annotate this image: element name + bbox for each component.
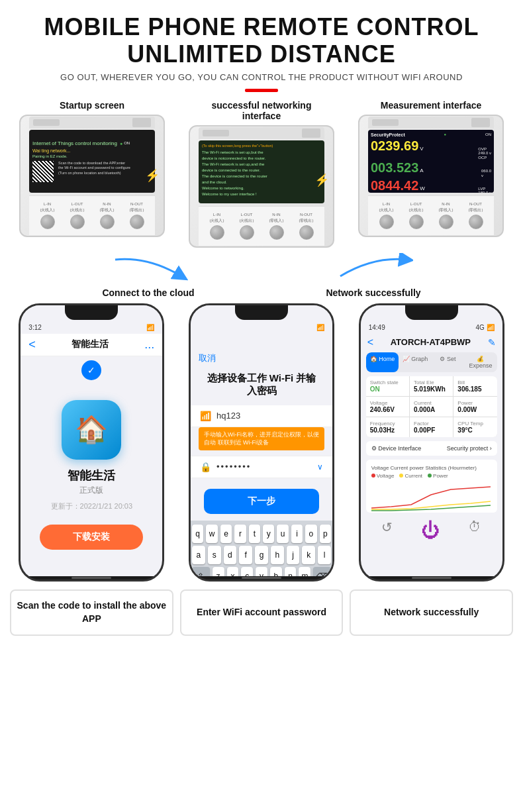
subtitle: GO OUT, WHEREVER YOU GO, YOU CAN CONTROL… [10, 72, 513, 82]
key-u[interactable]: u [277, 525, 288, 543]
measurement-screen-display: SecurityProtect ● ON 0239.69 V OVP249.0 … [368, 130, 494, 193]
on-screen-keyboard: q w e r t y u i o p a [191, 521, 332, 576]
phone2-notch [235, 305, 288, 320]
phone2-cancel-bar: 取消 [191, 334, 332, 370]
wifi-network-row[interactable]: 📶 hq123 [191, 405, 332, 427]
tab-expense[interactable]: 💰 Expense [464, 352, 497, 372]
phone3-back-button[interactable]: < [367, 336, 373, 348]
key-o[interactable]: o [305, 525, 316, 543]
phone3-edit-button[interactable]: ✎ [488, 337, 496, 348]
phone1-back-button[interactable]: < [28, 338, 36, 352]
device-frame-3: SecurityProtect ● ON 0239.69 V OVP249.0 … [358, 115, 504, 237]
keyboard-row-1: q w e r t y u i o p [192, 525, 331, 543]
key-c[interactable]: c [241, 567, 253, 576]
screen-item-networking: successful networking interface (To skip… [179, 100, 344, 248]
stats-chart [371, 482, 497, 511]
keyboard-row-3: ⇧ z x c v b n m ⌫ [192, 567, 331, 576]
key-l[interactable]: l [318, 546, 331, 564]
arrow-connect-label: Connect to the cloud [102, 287, 194, 298]
key-s[interactable]: s [208, 546, 221, 564]
port2-n-in: N-IN (零线入) [269, 213, 284, 240]
key-y[interactable]: y [263, 525, 274, 543]
key-backspace[interactable]: ⌫ [313, 567, 331, 576]
wifi-warning-message: 手动输入Wi-Fi名称，进开启定位权限，以便自动 联联到近 Wi-Fi设备 [199, 427, 324, 450]
tab-graph[interactable]: 📈 Graph [399, 352, 432, 372]
phone3-nav-title: ATORCH-AT4PBWP [391, 337, 471, 347]
next-step-button[interactable]: 下一步 [204, 489, 319, 514]
key-f[interactable]: f [239, 546, 252, 564]
arrow-connect: Connect to the cloud [102, 253, 194, 298]
phone2-home-bar [191, 576, 332, 580]
key-d[interactable]: d [224, 546, 237, 564]
arrows-row: Connect to the cloud Network successfull… [10, 253, 513, 298]
phone1-more-button[interactable]: ... [144, 338, 154, 352]
key-b[interactable]: b [270, 567, 282, 576]
password-input-row[interactable]: 🔒 •••••••• ∨ [191, 456, 332, 478]
key-t[interactable]: t [249, 525, 260, 543]
key-x[interactable]: x [227, 567, 239, 576]
key-v[interactable]: v [256, 567, 267, 576]
key-k[interactable]: k [302, 546, 315, 564]
screen1-label: Startup screen [60, 100, 124, 111]
key-g[interactable]: g [255, 546, 268, 564]
phone2-wifi-title: 选择设备工作 Wi-Fi 并输入密码 [191, 370, 332, 405]
phone3-notch [405, 305, 458, 320]
red-bar-divider [245, 89, 278, 92]
key-p[interactable]: p [320, 525, 331, 543]
startup-screen-display: Internet of Things control monitoring ● … [29, 130, 155, 193]
key-j[interactable]: j [287, 546, 300, 564]
key-w[interactable]: w [206, 525, 217, 543]
stat-power: Power 0.00W [453, 397, 497, 417]
chart-area: Voltage Current power Statistics (Hourme… [366, 460, 497, 513]
caption-1-text: Scan the code to install the above APP [17, 599, 167, 625]
power-icon[interactable]: ⏻ [421, 519, 440, 541]
device-bottom-3: L-IN (火线入) L-OUT (火线出) N-IN (零线入) [368, 195, 494, 235]
key-n[interactable]: n [285, 567, 297, 576]
refresh-icon[interactable]: ↺ [381, 519, 393, 541]
key-q[interactable]: q [192, 525, 203, 543]
key-m[interactable]: m [299, 567, 310, 576]
phones-row: 3:12 📶 < 智能生活 ... ✓ 🏠 [10, 303, 513, 582]
download-button[interactable]: 下载安装 [40, 525, 143, 550]
phone-frame-2: 📶 取消 选择设备工作 Wi-Fi 并输入密码 📶 hq123 手动输入Wi-F… [189, 303, 334, 582]
tab-home[interactable]: 🏠 Home [366, 352, 399, 372]
key-shift[interactable]: ⇧ [192, 567, 210, 576]
phone3-screen: 14:49 4G 📶 < ATORCH-AT4PBWP ✎ 🏠 Home 📈 G… [361, 305, 502, 576]
main-title: MOBILE PHONE REMOTE CONTROL UNLIMITED DI… [10, 13, 513, 68]
arrow-network-svg [334, 253, 413, 286]
chart-title: Voltage Current power Statistics (Hourme… [371, 465, 492, 471]
timer-icon[interactable]: ⏱ [468, 519, 481, 541]
phone1-nav: < 智能生活 ... [21, 334, 162, 356]
smart-home-icon: 🏠 [62, 400, 121, 460]
stats-grid: Switch state ON Total Ele 5.019KWh Bill … [366, 376, 497, 437]
stat-switch-state: Switch state ON [366, 376, 409, 396]
phone3-bottom-icons: ↺ ⏻ ⏱ [361, 515, 502, 545]
caption-box-2: Enter WiFi account password [180, 589, 344, 636]
key-h[interactable]: h [271, 546, 284, 564]
caption-3-text: Network successfully [384, 606, 479, 619]
device-frame-2: (To skip this screen,long press the"+"bu… [189, 125, 334, 248]
title-section: MOBILE PHONE REMOTE CONTROL UNLIMITED DI… [10, 13, 513, 92]
device-screens-row: Startup screen Internet of Things contro… [10, 100, 513, 248]
lock-icon: 🔒 [200, 462, 211, 472]
port-n-out: N-OUT (零线出) [130, 202, 144, 229]
key-r[interactable]: r [234, 525, 246, 543]
stat-cpu-temp: CPU Temp 39°C [453, 417, 497, 437]
key-z[interactable]: z [213, 567, 224, 576]
caption-box-3: Network successfully [350, 589, 513, 636]
port3-l-out: L-OUT (火线出) [409, 202, 424, 229]
tab-set[interactable]: ⚙ Set [432, 352, 465, 372]
key-i[interactable]: i [291, 525, 303, 543]
password-toggle[interactable]: ∨ [317, 462, 323, 472]
key-a[interactable]: a [192, 546, 205, 564]
screen-item-startup: Startup screen Internet of Things contro… [10, 100, 174, 237]
phone-item-3: 14:49 4G 📶 < ATORCH-AT4PBWP ✎ 🏠 Home 📈 G… [350, 303, 513, 582]
caption-2-text: Enter WiFi account password [197, 606, 326, 619]
stat-factor: Factor 0.00PF [410, 417, 453, 437]
port2-l-in: L-IN (火线入) [210, 213, 224, 240]
phone1-screen: 3:12 📶 < 智能生活 ... ✓ 🏠 [21, 305, 162, 576]
key-e[interactable]: e [220, 525, 232, 543]
port-l-out: L-OUT (火线出) [70, 202, 85, 229]
cancel-button[interactable]: 取消 [199, 353, 216, 363]
phone2-screen: 📶 取消 选择设备工作 Wi-Fi 并输入密码 📶 hq123 手动输入Wi-F… [191, 305, 332, 576]
